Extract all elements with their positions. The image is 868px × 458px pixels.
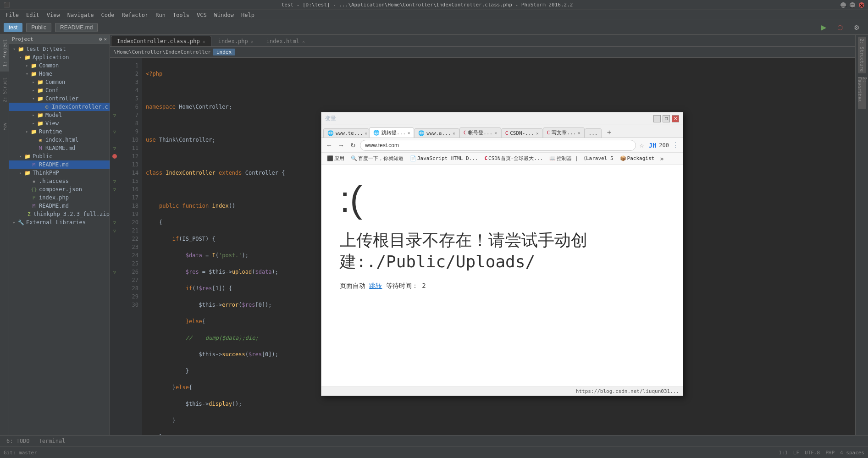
menu-view[interactable]: View (43, 11, 64, 19)
bookmark-baidu[interactable]: 🔍 百度一下，你就知道 (348, 154, 406, 163)
browser-tab-close-3[interactable]: ✕ (453, 131, 455, 136)
fold-arrow-16[interactable]: ▽ (113, 187, 116, 192)
tree-item-controller[interactable]: ▾ 📁 Controller (9, 94, 110, 103)
refresh-button[interactable]: ↻ (348, 140, 358, 150)
tree-item-public[interactable]: ▾ 📁 Public (9, 152, 110, 160)
browser-tab-close-4[interactable]: ✕ (494, 131, 497, 135)
run-button[interactable]: ▶ (816, 22, 831, 33)
readme-button[interactable]: README.md (55, 23, 98, 32)
browser-tab-jump[interactable]: 🌐 跳转提... ✕ (369, 127, 414, 138)
menu-tools[interactable]: Tools (169, 11, 193, 19)
tree-item-test-root[interactable]: ▾ 📁 test D:\test (9, 45, 110, 53)
fold-arrow-21[interactable]: ▽ (113, 228, 116, 233)
tree-item-thinkphp[interactable]: ▸ 📁 ThinkPHP (9, 169, 110, 177)
menu-window[interactable]: Window (210, 11, 238, 19)
project-close-icon[interactable]: ✕ (104, 36, 107, 42)
tree-item-home-common[interactable]: ▸ 📁 Common (9, 78, 110, 86)
tree-item-home[interactable]: ▾ 📁 Home (9, 70, 110, 78)
settings-button[interactable]: ⚙ (849, 23, 864, 32)
tree-item-composer[interactable]: {} composer.json (9, 185, 110, 193)
browser-tab-wwwa[interactable]: 🌐 www.a... ✕ (414, 128, 459, 138)
maximize-button[interactable]: □ (850, 2, 855, 8)
browser-tab-close-1[interactable]: ✕ (365, 131, 367, 136)
debug-button[interactable]: ⬡ (833, 23, 847, 32)
sidebar-tab-structure[interactable]: 2: Struct (0, 72, 9, 108)
browser-minimize-btn[interactable]: — (653, 115, 661, 122)
menu-code[interactable]: Code (98, 11, 118, 19)
project-gear-icon[interactable]: ⚙ (99, 36, 102, 42)
browser-settings-icon[interactable]: ⋮ (671, 141, 680, 149)
project-dropdown[interactable]: test (4, 23, 22, 32)
browser-tab-account[interactable]: C 帐号登... ✕ (459, 127, 501, 138)
tab-close-indexcontroller[interactable]: ✕ (203, 39, 205, 44)
menu-edit[interactable]: Edit (22, 11, 43, 19)
tree-item-zip[interactable]: Z thinkphp_3.2.3_full.zip (9, 210, 110, 218)
bookmark-csdn[interactable]: C CSDN首页-全球最大... (481, 154, 546, 163)
browser-tab-csdn[interactable]: C CSDN-... ✕ (501, 128, 543, 138)
tab-indexcontroller[interactable]: IndexController.class.php ✕ (111, 36, 211, 46)
tab-close-indexphp[interactable]: ✕ (251, 39, 254, 44)
tree-item-model[interactable]: ▸ 📁 Model (9, 111, 110, 119)
bookmarks-overflow[interactable]: » (658, 155, 665, 162)
browser-close-btn[interactable]: ✕ (672, 115, 679, 122)
error-redirect-link[interactable]: 跳转 (369, 282, 382, 289)
tab-close-indexhtml[interactable]: ✕ (302, 39, 305, 44)
menu-refactor[interactable]: Refactor (118, 11, 152, 19)
tab-indexphp[interactable]: index.php ✕ (212, 36, 260, 46)
tree-item-common[interactable]: ▸ 📁 Common (9, 61, 110, 70)
token-paren21: (); (232, 400, 242, 408)
bookmark-apps[interactable]: ⬛ 应用 (324, 154, 347, 163)
tree-item-indexphp[interactable]: P index.php (9, 193, 110, 202)
tree-item-readme-app[interactable]: M README.md (9, 144, 110, 152)
menu-file[interactable]: File (2, 11, 22, 19)
tree-item-view[interactable]: ▸ 📁 View (9, 119, 110, 127)
tree-item-indexcontroller[interactable]: © IndexController.c (9, 103, 110, 111)
fold-arrow-20[interactable]: ▽ (113, 220, 116, 225)
sidebar-tab-project[interactable]: 1: Project (0, 35, 9, 72)
tree-item-index-html[interactable]: ◉ index.html (9, 136, 110, 144)
tree-item-external-libs[interactable]: ▸ 🔧 External Libraries (9, 218, 110, 226)
menu-navigate[interactable]: Navigate (64, 11, 98, 19)
forward-button[interactable]: → (336, 140, 346, 150)
tab-todo[interactable]: 6: TODO (2, 437, 34, 445)
tab-terminal[interactable]: Terminal (34, 437, 70, 445)
browser-tab-close-2[interactable]: ✕ (408, 131, 410, 135)
new-tab-btn[interactable]: + (603, 127, 614, 138)
minimize-button[interactable]: — (840, 2, 846, 8)
menu-help[interactable]: Help (238, 11, 258, 19)
sidebar-tab-favorites[interactable]: Fav (0, 108, 9, 145)
browser-tab-close-5[interactable]: ✕ (536, 131, 538, 136)
fold-arrow-15[interactable]: ▽ (113, 179, 116, 184)
menu-vcs[interactable]: VCS (193, 11, 210, 19)
browser-tab-wwwte[interactable]: 🌐 www.te... ✕ (323, 128, 369, 138)
fold-arrow-7[interactable]: ▽ (113, 113, 116, 118)
browser-tab-close-6[interactable]: ✕ (578, 131, 580, 135)
rs-structure-btn[interactable]: 2: Structure (858, 37, 866, 73)
fold-arrow-9[interactable]: ▽ (113, 129, 116, 134)
address-bar[interactable] (360, 140, 636, 151)
back-button[interactable]: ← (324, 140, 334, 150)
tree-item-readme-pub[interactable]: M README.md (9, 160, 110, 169)
gutter-7: ▽ (110, 111, 119, 119)
tree-item-application[interactable]: ▾ 📁 Application (9, 53, 110, 61)
public-button[interactable]: Public (26, 23, 51, 32)
tree-item-runtime[interactable]: ▸ 📁 Runtime (9, 127, 110, 136)
rs-favorites-btn[interactable]: 2: Favorites (858, 77, 866, 109)
bookmark-laravel[interactable]: 📖 控制器 | 《Laravel 5 (547, 154, 616, 163)
fold-arrow-11[interactable]: ▽ (113, 146, 116, 151)
breakpoint-12[interactable] (112, 154, 117, 159)
tree-item-readme-root[interactable]: M README.md (9, 202, 110, 210)
bookmark-javascript[interactable]: 📄 JavaScript HTML D... (407, 155, 481, 162)
bookmark-star-icon[interactable]: ☆ (638, 141, 646, 149)
browser-tab-write[interactable]: C 写文章... ✕ (543, 127, 585, 138)
tab-indexhtml[interactable]: index.html ✕ (260, 36, 311, 46)
token-brace20: { (189, 383, 192, 392)
browser-maximize-btn[interactable]: □ (663, 115, 670, 122)
menu-run[interactable]: Run (152, 11, 169, 19)
tree-item-conf[interactable]: ▸ 📁 Conf (9, 86, 110, 94)
bookmark-packagist[interactable]: 📦 Packagist (617, 155, 658, 162)
fold-arrow-26[interactable]: ▽ (113, 270, 116, 275)
close-button[interactable]: ✕ (859, 2, 864, 8)
tree-item-htaccess[interactable]: ▪ .htaccess (9, 177, 110, 185)
browser-tab-more[interactable]: ... (585, 128, 602, 138)
